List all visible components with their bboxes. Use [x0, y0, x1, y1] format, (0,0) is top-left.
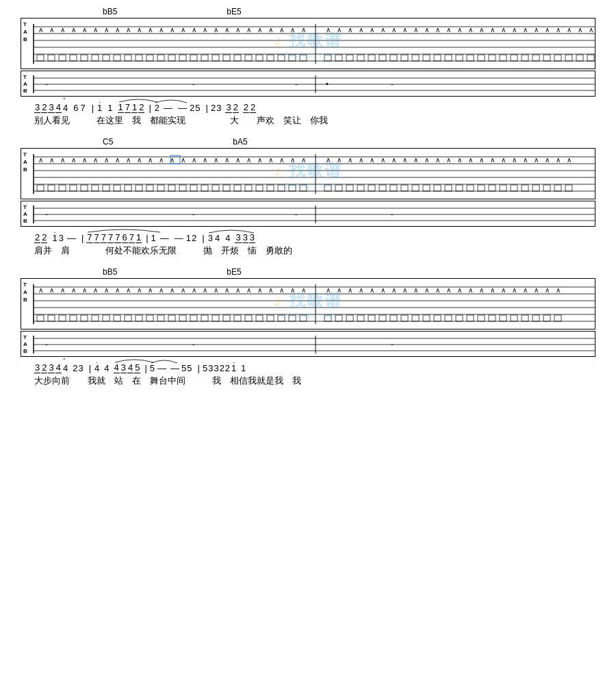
svg-rect-282 — [103, 315, 110, 321]
svg-rect-184 — [289, 185, 296, 191]
chord-labels-3: bB5 bE5 — [21, 267, 595, 277]
chord-labels-1: bB5 bE5 — [21, 7, 595, 16]
svg-rect-175 — [190, 185, 197, 191]
svg-text:∧: ∧ — [501, 156, 506, 164]
svg-rect-324 — [335, 315, 342, 321]
svg-rect-288 — [168, 315, 175, 321]
svg-rect-179 — [234, 185, 241, 191]
svg-text:∧: ∧ — [192, 286, 196, 294]
chord-labels-2: C5 bA5 — [21, 137, 595, 147]
svg-rect-344 — [554, 315, 561, 321]
svg-rect-110 — [576, 55, 583, 61]
svg-text:∧: ∧ — [370, 26, 374, 34]
svg-rect-49 — [168, 55, 175, 61]
svg-rect-285 — [136, 315, 142, 321]
notation-row-3: 3 2 3 4 ̂ 4 2 3 | · 4 4 — [34, 362, 595, 373]
svg-text:∧: ∧ — [326, 26, 331, 34]
svg-rect-163 — [59, 185, 66, 191]
svg-text:∧: ∧ — [257, 286, 262, 294]
svg-rect-342 — [532, 315, 539, 321]
svg-text:∧: ∧ — [337, 156, 342, 164]
svg-text:∧: ∧ — [370, 156, 374, 164]
svg-rect-95 — [412, 55, 419, 61]
svg-rect-43 — [103, 55, 110, 61]
svg-rect-221 — [456, 185, 463, 191]
svg-text:∧: ∧ — [370, 286, 374, 294]
svg-text:∧: ∧ — [348, 286, 352, 294]
svg-text:∧: ∧ — [545, 26, 550, 34]
svg-text:∧: ∧ — [567, 156, 572, 164]
svg-text:∧: ∧ — [148, 26, 153, 34]
svg-rect-106 — [532, 55, 539, 61]
svg-text:∧: ∧ — [115, 286, 120, 294]
svg-rect-171 — [146, 185, 153, 191]
svg-text:∧: ∧ — [392, 156, 396, 164]
svg-rect-53 — [212, 55, 219, 61]
svg-text:-: - — [295, 210, 298, 218]
svg-text:∧: ∧ — [214, 26, 218, 34]
svg-rect-276 — [37, 315, 44, 321]
svg-rect-217 — [412, 185, 419, 191]
svg-text:∧: ∧ — [534, 156, 539, 164]
svg-text:∧: ∧ — [82, 286, 87, 294]
svg-text:∧: ∧ — [413, 286, 418, 294]
svg-text:∧: ∧ — [159, 26, 164, 34]
svg-text:∧: ∧ — [246, 26, 251, 34]
svg-rect-330 — [401, 315, 408, 321]
svg-text:∧: ∧ — [523, 156, 528, 164]
svg-rect-332 — [423, 315, 430, 321]
svg-text:∧: ∧ — [49, 26, 54, 34]
svg-rect-58 — [267, 55, 274, 61]
svg-text:-: - — [295, 79, 298, 88]
svg-text:∧: ∧ — [381, 286, 385, 294]
svg-rect-339 — [500, 315, 506, 321]
svg-text:∧: ∧ — [38, 156, 43, 164]
svg-text:∧: ∧ — [545, 156, 550, 164]
svg-text:∧: ∧ — [479, 26, 484, 34]
svg-text:∧: ∧ — [257, 26, 262, 34]
svg-rect-284 — [125, 315, 131, 321]
svg-rect-108 — [554, 55, 561, 61]
svg-text:∧: ∧ — [104, 26, 109, 34]
svg-rect-283 — [114, 315, 120, 321]
svg-text:∧: ∧ — [512, 286, 517, 294]
svg-rect-55 — [234, 55, 241, 61]
svg-text:∧: ∧ — [203, 26, 207, 34]
svg-text:∧: ∧ — [468, 286, 473, 294]
svg-rect-219 — [434, 185, 441, 191]
svg-rect-87 — [324, 55, 331, 61]
svg-text:∧: ∧ — [126, 26, 131, 34]
svg-text:∧: ∧ — [424, 286, 429, 294]
svg-rect-182 — [267, 185, 274, 191]
svg-text:∧: ∧ — [246, 286, 251, 294]
svg-rect-225 — [500, 185, 506, 191]
svg-rect-328 — [379, 315, 386, 321]
svg-rect-165 — [81, 185, 88, 191]
svg-rect-292 — [212, 315, 219, 321]
svg-text:-: - — [192, 340, 195, 348]
svg-text:∧: ∧ — [224, 286, 229, 294]
svg-text:-: - — [391, 79, 394, 88]
svg-rect-212 — [357, 185, 364, 191]
svg-text:∧: ∧ — [402, 26, 407, 34]
svg-rect-103 — [500, 55, 506, 61]
svg-rect-60 — [289, 55, 296, 61]
svg-text:-: - — [192, 210, 195, 218]
svg-text:∧: ∧ — [148, 156, 153, 164]
svg-rect-329 — [390, 315, 397, 321]
svg-text:∧: ∧ — [203, 286, 207, 294]
svg-text:∧: ∧ — [181, 286, 185, 294]
svg-rect-340 — [511, 315, 517, 321]
svg-text:∧: ∧ — [192, 26, 196, 34]
svg-rect-214 — [379, 185, 386, 191]
chord-C5: C5 — [103, 137, 113, 147]
svg-rect-215 — [390, 185, 397, 191]
svg-text:∧: ∧ — [290, 156, 295, 164]
svg-text:∧: ∧ — [71, 26, 76, 34]
svg-rect-105 — [522, 55, 528, 61]
svg-rect-183 — [278, 185, 285, 191]
svg-text:∧: ∧ — [337, 26, 342, 34]
svg-rect-173 — [168, 185, 175, 191]
svg-text:∧: ∧ — [413, 156, 418, 164]
svg-text:-: - — [391, 340, 394, 348]
